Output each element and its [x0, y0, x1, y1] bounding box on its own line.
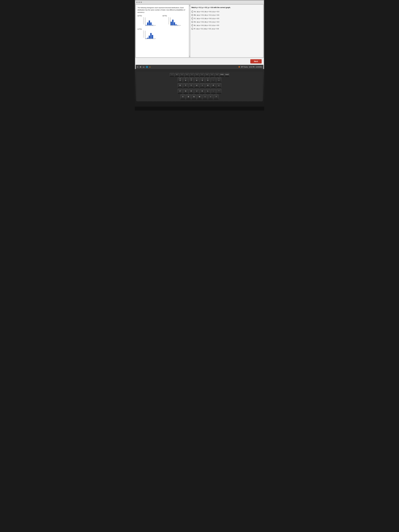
scroll-down-arrow[interactable]: ▼ — [189, 56, 190, 57]
radio-c[interactable] — [191, 18, 193, 19]
svg-rect-53 — [152, 35, 153, 39]
key-i[interactable]: I — [200, 83, 205, 88]
svg-text:0.1: 0.1 — [143, 24, 144, 24]
key-h[interactable]: H — [189, 89, 194, 94]
key-v[interactable]: V — [180, 94, 185, 99]
key-lbracket[interactable]: { — [216, 83, 222, 88]
svg-text:0.6: 0.6 — [168, 18, 169, 19]
key-x[interactable]: X — [170, 73, 174, 77]
browser-dot-3 — [140, 2, 142, 3]
key-k[interactable]: K — [200, 89, 205, 94]
browser-icon[interactable]: 🌐 — [146, 66, 148, 68]
key-5[interactable]: %5 — [177, 77, 183, 82]
key-f9[interactable]: F9 — [200, 73, 204, 77]
keyboard: X C F3 F6 F7 F8 F9 F10 F11 F12 PrtSc Ins… — [136, 72, 263, 101]
next-button[interactable]: Next — [250, 59, 262, 63]
key-m[interactable]: M — [197, 94, 202, 99]
key-9[interactable]: (9 — [200, 77, 205, 82]
key-r[interactable]: R — [177, 83, 183, 88]
key-semicolon[interactable]: : — [211, 89, 216, 94]
key-f[interactable]: F — [177, 89, 183, 94]
radio-d[interactable] — [191, 21, 193, 23]
key-7[interactable]: &7 — [189, 77, 194, 82]
key-y[interactable]: Y — [189, 83, 194, 88]
window-manager-icon[interactable]: ⊞ — [140, 66, 141, 68]
keyboard-area: X C F3 F6 F7 F8 F9 F10 F11 F12 PrtSc Ins… — [135, 69, 264, 107]
key-period[interactable]: > — [208, 94, 213, 99]
key-slash[interactable]: ? — [214, 94, 219, 99]
graph-c-area: 0.7 0.6 0.5 0.4 0.3 0.2 0.1 — [138, 30, 162, 41]
key-f6[interactable]: F6 — [185, 73, 189, 77]
svg-text:0.6: 0.6 — [143, 18, 144, 19]
browser-bar — [135, 0, 264, 4]
scroll-indicator[interactable]: ▲ ▼ — [189, 5, 190, 57]
key-6[interactable]: ^6 — [183, 77, 188, 82]
file-manager-icon[interactable]: 🗂 — [143, 66, 145, 68]
key-comma[interactable]: < — [203, 94, 208, 99]
key-insert[interactable]: Insert — [225, 73, 229, 77]
start-button[interactable]: ⊙ — [137, 66, 138, 68]
option-f-row[interactable]: F. (a) p = 0.3, (b) p = 0.5, (c) p = 0.6 — [191, 28, 261, 30]
chrome-icon[interactable]: ● — [149, 66, 150, 68]
key-f10[interactable]: F10 — [205, 73, 209, 77]
quiz-content: The following histograms each represent … — [136, 5, 263, 57]
option-f-label: F. (a) p = 0.3, (b) p = 0.5, (c) p = 0.6 — [194, 28, 219, 30]
svg-rect-10 — [147, 22, 148, 25]
key-p[interactable]: P — [211, 83, 216, 88]
svg-text:0.3: 0.3 — [143, 21, 144, 22]
key-equals[interactable]: += — [216, 77, 222, 82]
option-e-row[interactable]: E. (a) p = 0.6, (b) p = 0.3, (c) p = 0.5 — [191, 24, 261, 26]
key-f7[interactable]: F7 — [190, 73, 194, 77]
svg-rect-9 — [146, 25, 147, 25]
key-f8[interactable]: F8 — [195, 73, 199, 77]
weather-text: 58°F Sunny — [241, 66, 248, 68]
svg-text:0.7: 0.7 — [143, 31, 144, 31]
radio-b[interactable] — [191, 14, 193, 16]
key-l[interactable]: L — [205, 89, 210, 94]
scroll-up-arrow[interactable]: ▲ — [189, 5, 190, 6]
fn-key-row: X C F3 F6 F7 F8 F9 F10 F11 F12 PrtSc Ins… — [137, 73, 262, 77]
key-f12[interactable]: F12 — [215, 73, 219, 77]
svg-text:0.5: 0.5 — [168, 19, 169, 20]
svg-text:0.7: 0.7 — [168, 17, 169, 18]
key-t[interactable]: T — [183, 83, 188, 88]
svg-rect-30 — [172, 20, 173, 25]
radio-a[interactable] — [191, 11, 193, 13]
option-a-row[interactable]: A. (a) p = 0.5, (b) p = 0.6, (c) p = 0.3 — [191, 11, 261, 13]
graph-c: (c) P(x) 0.7 0.6 0.5 0.4 0.3 0.2 0.1 — [138, 28, 162, 41]
graph-a-svg: 0.7 0.6 0.5 0.4 0.3 0.2 0.1 — [138, 17, 162, 27]
key-u[interactable]: U — [194, 83, 199, 88]
svg-rect-50 — [147, 38, 148, 39]
key-minus[interactable]: _- — [211, 77, 216, 82]
key-prtsc[interactable]: PrtSc — [220, 73, 224, 77]
svg-text:x: x — [179, 25, 179, 26]
svg-text:1: 1 — [172, 25, 173, 26]
option-c-row[interactable]: C. (a) p = 0.3, (b) p = 0.6, (c) p = 0.5 — [191, 17, 261, 19]
svg-text:0.2: 0.2 — [168, 22, 169, 23]
key-g[interactable]: G — [183, 89, 188, 94]
option-b-row[interactable]: B. (a) p = 0.5, (b) p = 0.3, (c) p = 0.6 — [191, 14, 261, 16]
svg-text:3: 3 — [176, 25, 176, 26]
key-8[interactable]: *8 — [194, 77, 199, 82]
key-0[interactable]: )0 — [205, 77, 210, 82]
svg-text:0.3: 0.3 — [168, 21, 169, 22]
screen: The following histograms each represent … — [135, 0, 264, 69]
radio-e[interactable] — [191, 24, 193, 26]
svg-text:3: 3 — [151, 39, 151, 40]
key-quote[interactable]: " — [216, 89, 222, 94]
svg-text:x: x — [154, 39, 154, 40]
radio-f[interactable] — [191, 28, 193, 30]
number-key-row: %5 ^6 &7 *8 (9 )0 _- += — [137, 77, 262, 82]
key-c[interactable]: C — [175, 73, 179, 77]
key-b[interactable]: B — [186, 94, 191, 99]
option-d-row[interactable]: D. (a) p = 0.6, (b) p = 0.5, (c) p = 0.3 — [191, 21, 261, 23]
key-f11[interactable]: F11 — [210, 73, 214, 77]
key-n[interactable]: N — [191, 94, 196, 99]
svg-rect-11 — [149, 20, 150, 25]
svg-rect-49 — [146, 38, 147, 39]
key-f3[interactable]: F3 — [180, 73, 184, 77]
svg-text:2: 2 — [149, 39, 149, 40]
key-o[interactable]: O — [205, 83, 210, 88]
svg-text:1: 1 — [147, 25, 148, 26]
key-j[interactable]: J — [194, 89, 199, 94]
